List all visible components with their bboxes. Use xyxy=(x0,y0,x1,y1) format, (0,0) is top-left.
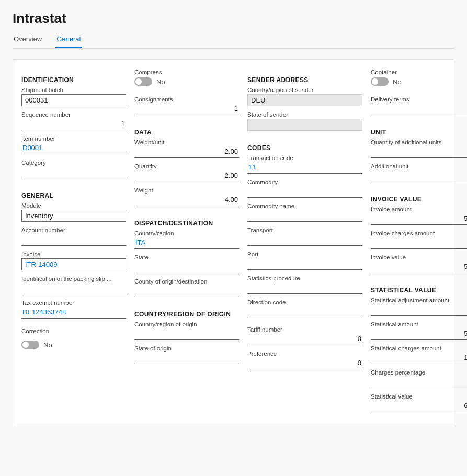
charges-percentage-value: 20.00 xyxy=(371,377,467,388)
compress-toggle[interactable]: No xyxy=(134,77,239,86)
item-number-value[interactable]: D0001 xyxy=(21,143,126,154)
field-invoice-charges: Invoice charges amount 0.00 xyxy=(371,230,467,249)
field-direction-code: Direction code xyxy=(247,299,362,318)
country-region-origin-value[interactable] xyxy=(134,328,239,340)
section-identification: IDENTIFICATION xyxy=(21,76,126,84)
country-region-value[interactable]: ITA xyxy=(134,237,239,249)
delivery-terms-value[interactable] xyxy=(371,104,467,115)
section-statistical-value: STATISTICAL VALUE xyxy=(371,287,467,294)
field-transport: Transport xyxy=(247,227,362,246)
field-quantity: Quantity 2.00 xyxy=(134,163,239,182)
field-qty-additional-units: Quantity of additional units 0.00 xyxy=(371,139,467,158)
field-shipment-batch: Shipment batch 000031 xyxy=(21,87,126,106)
field-country-region-origin: Country/region of origin xyxy=(134,321,239,340)
direction-code-value[interactable] xyxy=(247,307,362,318)
state-sender-value xyxy=(247,119,362,131)
field-commodity: Commodity xyxy=(247,179,362,198)
field-invoice: Invoice ITR-14009 xyxy=(21,251,126,270)
state-origin-value[interactable] xyxy=(134,353,239,364)
invoice-value-display: 536.18 xyxy=(371,262,467,273)
tax-exempt-value[interactable]: DE124363748 xyxy=(21,307,126,319)
field-statistics-procedure: Statistics procedure xyxy=(247,275,362,294)
field-charges-percentage: Charges percentage 20.00 xyxy=(371,369,467,388)
statistical-charges-value: 107.24 xyxy=(371,353,467,364)
column-values: Container No Delivery terms UNIT Quantit… xyxy=(371,68,467,417)
tab-general[interactable]: General xyxy=(55,32,82,48)
field-item-number: Item number D0001 xyxy=(21,135,126,154)
section-sender-address: SENDER ADDRESS xyxy=(247,76,362,84)
shipment-batch-value[interactable]: 000031 xyxy=(21,94,126,106)
consignments-value: 1 xyxy=(134,104,239,115)
container-toggle-switch[interactable] xyxy=(371,77,389,86)
correction-toggle-value: No xyxy=(43,341,52,349)
statistics-procedure-value[interactable] xyxy=(247,282,362,294)
field-commodity-name: Commodity name xyxy=(247,203,362,222)
county-origin-value[interactable] xyxy=(134,286,239,297)
quantity-value[interactable]: 2.00 xyxy=(134,171,239,182)
category-value[interactable] xyxy=(21,167,126,178)
page-title: Intrastat xyxy=(13,10,454,27)
field-preference: Preference 0 xyxy=(247,350,362,369)
section-data: DATA xyxy=(134,129,239,136)
commodity-name-value[interactable] xyxy=(247,210,362,222)
invoice-value[interactable]: ITR-14009 xyxy=(21,258,126,270)
field-tariff-number: Tariff number 0 xyxy=(247,326,362,345)
field-tax-exempt: Tax exempt number DE124363748 xyxy=(21,300,126,319)
statistical-amount-value: 536.18 xyxy=(371,328,467,340)
commodity-value[interactable] xyxy=(247,186,362,198)
module-value[interactable]: Inventory xyxy=(21,210,126,222)
field-statistical-amount: Statistical amount 536.18 xyxy=(371,321,467,340)
section-dispatch: DISPATCH/DESTINATION xyxy=(134,220,239,227)
correction-label: Correction xyxy=(21,328,49,334)
field-container: Container No xyxy=(371,69,467,91)
container-toggle[interactable]: No xyxy=(371,77,467,86)
field-compress: Compress No xyxy=(134,69,239,91)
account-number-value[interactable] xyxy=(21,234,126,246)
state-value[interactable] xyxy=(134,262,239,273)
field-transaction-code: Transaction code 11 xyxy=(247,155,362,174)
column-data: Compress No Consignments 1 DATA Weight/u… xyxy=(134,68,239,417)
correction-toggle-switch[interactable] xyxy=(21,341,39,349)
field-state-sender: State of sender xyxy=(247,111,362,131)
invoice-charges-value: 0.00 xyxy=(371,237,467,249)
section-invoice-value: INVOICE VALUE xyxy=(371,196,467,203)
tab-overview[interactable]: Overview xyxy=(13,32,43,48)
field-country-region: Country/region ITA xyxy=(134,230,239,249)
field-consignments: Consignments 1 xyxy=(134,96,239,115)
statistical-value-display: 643.42 xyxy=(371,401,467,412)
correction-toggle[interactable]: No xyxy=(21,341,126,349)
main-content: IDENTIFICATION Shipment batch 000031 Seq… xyxy=(13,59,454,426)
additional-unit-value[interactable] xyxy=(371,171,467,182)
sequence-number-value: 1 xyxy=(21,119,126,130)
port-value[interactable] xyxy=(247,258,362,270)
field-county-origin: County of origin/destination xyxy=(134,278,239,297)
transport-value[interactable] xyxy=(247,234,362,246)
field-invoice-amount: Invoice amount 536.18 xyxy=(371,206,467,225)
field-state: State xyxy=(134,254,239,273)
packing-slip-value[interactable] xyxy=(21,283,126,294)
field-state-origin: State of origin xyxy=(134,345,239,364)
field-weight: Weight 4.00 xyxy=(134,187,239,206)
column-identification: IDENTIFICATION Shipment batch 000031 Seq… xyxy=(21,68,126,417)
field-invoice-value: Invoice value 536.18 xyxy=(371,254,467,273)
container-toggle-value: No xyxy=(393,78,402,86)
invoice-amount-value: 536.18 xyxy=(371,213,467,225)
qty-additional-units-value[interactable]: 0.00 xyxy=(371,146,467,158)
compress-toggle-switch[interactable] xyxy=(134,77,152,86)
transaction-code-value[interactable]: 11 xyxy=(247,162,362,174)
weight-value[interactable]: 4.00 xyxy=(134,195,239,206)
field-category: Category xyxy=(21,160,126,178)
country-sender-value: DEU xyxy=(247,94,362,106)
field-port: Port xyxy=(247,251,362,270)
section-codes: CODES xyxy=(247,144,362,152)
tariff-number-value[interactable]: 0 xyxy=(247,334,362,345)
field-additional-unit: Additional unit xyxy=(371,163,467,182)
weight-unit-value[interactable]: 2.00 xyxy=(134,146,239,158)
field-statistical-adjustment: Statistical adjustment amount 0.00 xyxy=(371,297,467,316)
preference-value[interactable]: 0 xyxy=(247,358,362,369)
correction-toggle-row: Correction xyxy=(21,328,126,335)
section-country-origin: COUNTRY/REGION OF ORIGIN xyxy=(134,311,239,318)
compress-toggle-value: No xyxy=(156,78,165,86)
field-statistical-charges: Statistical charges amount 107.24 xyxy=(371,345,467,364)
field-packing-slip: Identification of the packing slip ... xyxy=(21,276,126,294)
